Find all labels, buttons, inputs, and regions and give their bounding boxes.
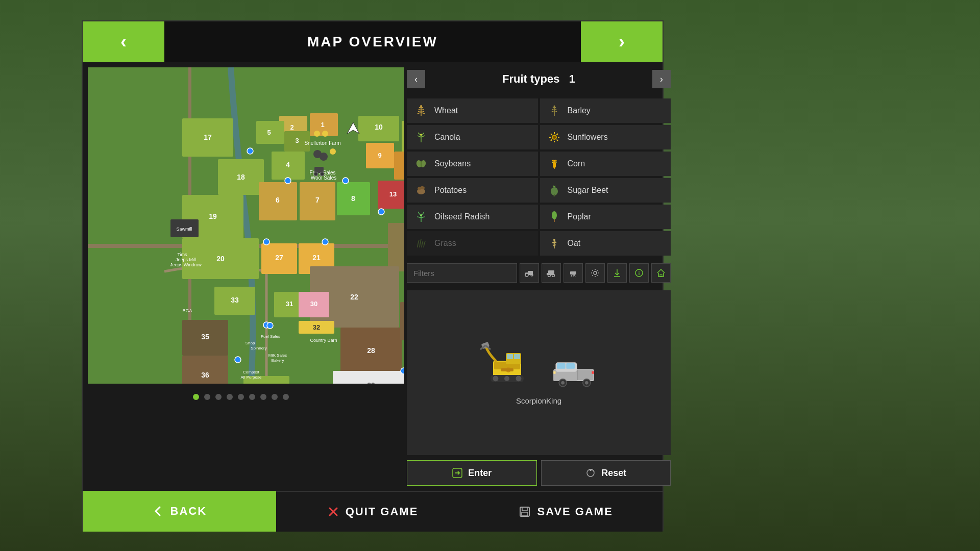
- page-dot-4[interactable]: [227, 394, 233, 400]
- svg-rect-173: [592, 371, 594, 374]
- svg-text:Tims: Tims: [177, 252, 187, 257]
- filter-tractor-icon[interactable]: [520, 263, 539, 283]
- svg-point-157: [516, 375, 522, 382]
- oilseed-radish-label: Oilseed Radish: [434, 212, 490, 221]
- fruit-item-barley[interactable]: Barley: [540, 98, 671, 123]
- fruit-item-canola[interactable]: Canola: [407, 125, 538, 149]
- fruit-next-button[interactable]: ›: [652, 70, 671, 88]
- reset-button[interactable]: Reset: [541, 460, 671, 486]
- svg-text:13: 13: [389, 190, 397, 198]
- svg-point-113: [314, 131, 320, 137]
- page-dot-1[interactable]: [193, 394, 199, 400]
- map-wrapper: R Select 2: [83, 62, 399, 491]
- svg-rect-144: [570, 271, 576, 274]
- fruit-item-soybeans[interactable]: Soybeans: [407, 152, 538, 176]
- svg-text:Spinnery: Spinnery: [251, 346, 267, 350]
- fruit-item-sunflowers[interactable]: Sunflowers: [540, 125, 671, 149]
- map-svg: 2 1 5 3 10 11: [88, 67, 404, 384]
- fruit-prev-button[interactable]: ‹: [407, 70, 425, 88]
- svg-point-117: [320, 153, 328, 161]
- poplar-label: Poplar: [568, 212, 591, 221]
- filter-info-icon[interactable]: i: [629, 263, 649, 283]
- fruit-item-corn[interactable]: Corn: [540, 152, 671, 176]
- svg-text:5: 5: [267, 129, 271, 136]
- svg-rect-177: [522, 507, 527, 511]
- svg-text:Sawmill: Sawmill: [176, 227, 192, 232]
- svg-rect-166: [566, 363, 575, 369]
- page-dot-7[interactable]: [260, 394, 266, 400]
- filter-home-icon[interactable]: [651, 263, 671, 283]
- svg-point-122: [420, 105, 422, 107]
- svg-text:31: 31: [286, 300, 293, 308]
- corn-label: Corn: [568, 159, 585, 168]
- svg-rect-63: [182, 356, 228, 384]
- fruit-item-wheat[interactable]: Wheat: [407, 98, 538, 123]
- svg-point-99: [247, 148, 253, 154]
- svg-rect-154: [514, 354, 520, 359]
- scorpion-king-img: [478, 340, 539, 391]
- svg-text:Wool Sales: Wool Sales: [311, 175, 336, 181]
- svg-text:29: 29: [367, 381, 375, 384]
- svg-point-110: [235, 357, 241, 363]
- barley-icon: [546, 103, 562, 119]
- page-dot-2[interactable]: [204, 394, 210, 400]
- fruit-item-oilseed-radish[interactable]: Oilseed Radish: [407, 205, 538, 229]
- svg-text:6: 6: [276, 196, 280, 204]
- wheat-label: Wheat: [434, 106, 458, 115]
- fruit-types-title: Fruit types 1: [502, 72, 575, 86]
- page-dot-8[interactable]: [272, 394, 278, 400]
- filter-input[interactable]: [407, 263, 517, 283]
- right-panel: ‹ Fruit types 1 › Wheat: [399, 62, 678, 491]
- bottom-bar: BACK QUIT GAME SAVE GAME: [83, 491, 663, 532]
- svg-rect-161: [501, 368, 513, 371]
- svg-rect-153: [507, 354, 513, 359]
- save-button[interactable]: SAVE GAME: [469, 491, 663, 532]
- map-area[interactable]: R Select 2: [88, 67, 404, 384]
- svg-point-101: [342, 178, 349, 184]
- svg-text:7: 7: [315, 196, 320, 204]
- fruit-item-potatoes[interactable]: Potatoes: [407, 178, 538, 203]
- enter-button[interactable]: Enter: [407, 460, 537, 486]
- svg-point-135: [552, 211, 557, 219]
- next-button[interactable]: ›: [581, 21, 663, 62]
- oat-icon: [546, 235, 562, 252]
- filter-download-icon[interactable]: [607, 263, 627, 283]
- svg-text:Bakery: Bakery: [272, 358, 284, 363]
- fruit-item-oat[interactable]: Oat: [540, 231, 671, 256]
- prev-arrow-icon: ‹: [120, 31, 127, 53]
- canola-icon: [413, 129, 429, 145]
- quit-button[interactable]: QUIT GAME: [276, 491, 470, 532]
- filter-harvester-icon[interactable]: [542, 263, 561, 283]
- svg-point-115: [330, 148, 336, 155]
- fruit-types-header: ‹ Fruit types 1 ›: [407, 67, 671, 91]
- page-dot-5[interactable]: [238, 394, 244, 400]
- page-dot-3[interactable]: [215, 394, 222, 400]
- vehicles-row: [478, 340, 600, 391]
- filter-gear-icon[interactable]: [585, 263, 605, 283]
- fruit-item-grass[interactable]: Grass: [407, 231, 538, 256]
- enter-icon: [452, 467, 463, 479]
- fruit-item-poplar[interactable]: Poplar: [540, 205, 671, 229]
- page-dot-6[interactable]: [249, 394, 255, 400]
- svg-text:17: 17: [204, 133, 212, 141]
- oilseed-radish-icon: [413, 209, 429, 225]
- back-arrow-icon: [152, 505, 164, 517]
- action-buttons: Enter Reset: [407, 460, 671, 486]
- svg-point-119: [314, 172, 318, 176]
- vehicle-display: ScorpionKing: [407, 290, 671, 455]
- svg-text:28: 28: [367, 346, 375, 355]
- potatoes-label: Potatoes: [434, 186, 467, 195]
- prev-button[interactable]: ‹: [83, 21, 164, 62]
- svg-point-136: [553, 239, 555, 241]
- svg-text:BGA: BGA: [182, 308, 192, 313]
- svg-text:2: 2: [290, 123, 293, 131]
- page-dot-9[interactable]: [283, 394, 289, 400]
- poplar-icon: [546, 209, 562, 225]
- svg-rect-129: [553, 162, 556, 168]
- filter-spreader-icon[interactable]: [564, 263, 583, 283]
- svg-text:Shop: Shop: [246, 341, 255, 345]
- svg-text:32: 32: [313, 323, 320, 331]
- svg-rect-167: [577, 370, 593, 380]
- back-button[interactable]: BACK: [83, 491, 276, 532]
- fruit-item-sugar-beet[interactable]: Sugar Beet: [540, 178, 671, 203]
